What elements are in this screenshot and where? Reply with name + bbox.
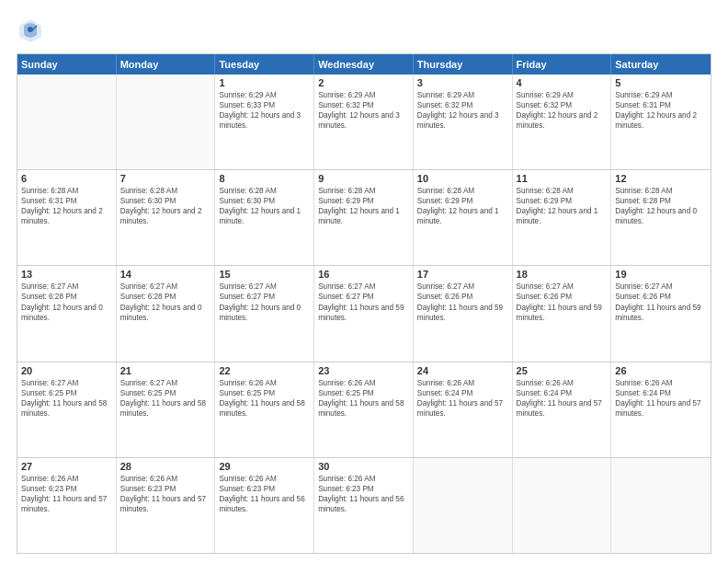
day-info: Sunrise: 6:28 AM Sunset: 6:29 PM Dayligh… xyxy=(517,186,608,226)
day-info: Sunrise: 6:27 AM Sunset: 6:25 PM Dayligh… xyxy=(21,378,112,419)
day-number: 12 xyxy=(615,173,707,184)
day-number: 24 xyxy=(417,365,508,376)
day-info: Sunrise: 6:29 AM Sunset: 6:32 PM Dayligh… xyxy=(517,90,608,131)
calendar-body: 1Sunrise: 6:29 AM Sunset: 6:33 PM Daylig… xyxy=(17,75,711,553)
day-number: 21 xyxy=(120,365,211,376)
calendar-cell: 25Sunrise: 6:26 AM Sunset: 6:24 PM Dayli… xyxy=(513,362,612,457)
day-number: 10 xyxy=(417,173,508,184)
calendar-cell: 11Sunrise: 6:28 AM Sunset: 6:29 PM Dayli… xyxy=(513,170,612,265)
calendar-row-4: 20Sunrise: 6:27 AM Sunset: 6:25 PM Dayli… xyxy=(17,362,711,458)
calendar-cell: 5Sunrise: 6:29 AM Sunset: 6:31 PM Daylig… xyxy=(611,75,711,169)
day-number: 1 xyxy=(219,77,310,88)
day-number: 11 xyxy=(517,173,608,184)
calendar-cell: 1Sunrise: 6:29 AM Sunset: 6:33 PM Daylig… xyxy=(215,75,314,169)
calendar-cell xyxy=(117,75,216,169)
page: SundayMondayTuesdayWednesdayThursdayFrid… xyxy=(0,0,728,563)
day-info: Sunrise: 6:27 AM Sunset: 6:28 PM Dayligh… xyxy=(120,282,211,322)
day-info: Sunrise: 6:26 AM Sunset: 6:23 PM Dayligh… xyxy=(318,474,409,514)
calendar-cell: 18Sunrise: 6:27 AM Sunset: 6:26 PM Dayli… xyxy=(513,266,612,361)
calendar-cell xyxy=(611,458,711,553)
day-number: 17 xyxy=(417,269,508,280)
day-number: 14 xyxy=(120,269,211,280)
header xyxy=(17,17,711,44)
logo-icon xyxy=(17,17,44,44)
day-number: 23 xyxy=(318,365,409,376)
calendar-row-5: 27Sunrise: 6:26 AM Sunset: 6:23 PM Dayli… xyxy=(17,458,711,553)
day-number: 22 xyxy=(219,365,310,376)
day-number: 13 xyxy=(21,269,112,280)
calendar: SundayMondayTuesdayWednesdayThursdayFrid… xyxy=(17,53,711,554)
header-day-sunday: Sunday xyxy=(17,54,117,75)
calendar-cell: 15Sunrise: 6:27 AM Sunset: 6:27 PM Dayli… xyxy=(215,266,314,361)
day-info: Sunrise: 6:26 AM Sunset: 6:25 PM Dayligh… xyxy=(219,378,310,419)
day-info: Sunrise: 6:28 AM Sunset: 6:30 PM Dayligh… xyxy=(120,186,211,226)
calendar-cell: 28Sunrise: 6:26 AM Sunset: 6:23 PM Dayli… xyxy=(117,458,216,553)
header-day-friday: Friday xyxy=(513,54,612,75)
day-info: Sunrise: 6:27 AM Sunset: 6:25 PM Dayligh… xyxy=(120,378,211,419)
day-info: Sunrise: 6:28 AM Sunset: 6:28 PM Dayligh… xyxy=(615,186,707,226)
calendar-cell: 17Sunrise: 6:27 AM Sunset: 6:26 PM Dayli… xyxy=(414,266,513,361)
header-day-tuesday: Tuesday xyxy=(215,54,314,75)
calendar-cell: 23Sunrise: 6:26 AM Sunset: 6:25 PM Dayli… xyxy=(314,362,414,457)
calendar-cell: 19Sunrise: 6:27 AM Sunset: 6:26 PM Dayli… xyxy=(611,266,711,361)
day-number: 30 xyxy=(318,461,409,472)
day-info: Sunrise: 6:27 AM Sunset: 6:28 PM Dayligh… xyxy=(21,282,112,322)
calendar-cell: 29Sunrise: 6:26 AM Sunset: 6:23 PM Dayli… xyxy=(215,458,314,553)
calendar-cell: 7Sunrise: 6:28 AM Sunset: 6:30 PM Daylig… xyxy=(117,170,216,265)
day-number: 8 xyxy=(219,173,310,184)
calendar-cell: 30Sunrise: 6:26 AM Sunset: 6:23 PM Dayli… xyxy=(314,458,414,553)
logo xyxy=(17,17,48,44)
day-number: 28 xyxy=(120,461,211,472)
day-info: Sunrise: 6:26 AM Sunset: 6:23 PM Dayligh… xyxy=(219,474,310,514)
day-number: 3 xyxy=(417,77,508,88)
day-info: Sunrise: 6:27 AM Sunset: 6:27 PM Dayligh… xyxy=(318,282,409,322)
calendar-cell: 26Sunrise: 6:26 AM Sunset: 6:24 PM Dayli… xyxy=(611,362,711,457)
calendar-cell: 9Sunrise: 6:28 AM Sunset: 6:29 PM Daylig… xyxy=(314,170,414,265)
day-number: 27 xyxy=(21,461,112,472)
day-number: 20 xyxy=(21,365,112,376)
calendar-cell: 6Sunrise: 6:28 AM Sunset: 6:31 PM Daylig… xyxy=(17,170,117,265)
calendar-row-3: 13Sunrise: 6:27 AM Sunset: 6:28 PM Dayli… xyxy=(17,266,711,362)
day-number: 29 xyxy=(219,461,310,472)
calendar-cell: 21Sunrise: 6:27 AM Sunset: 6:25 PM Dayli… xyxy=(117,362,216,457)
header-day-wednesday: Wednesday xyxy=(314,54,414,75)
day-info: Sunrise: 6:26 AM Sunset: 6:23 PM Dayligh… xyxy=(120,474,211,514)
calendar-cell: 14Sunrise: 6:27 AM Sunset: 6:28 PM Dayli… xyxy=(117,266,216,361)
day-info: Sunrise: 6:28 AM Sunset: 6:29 PM Dayligh… xyxy=(417,186,508,226)
day-info: Sunrise: 6:27 AM Sunset: 6:27 PM Dayligh… xyxy=(219,282,310,322)
day-info: Sunrise: 6:29 AM Sunset: 6:31 PM Dayligh… xyxy=(615,90,707,131)
calendar-cell: 12Sunrise: 6:28 AM Sunset: 6:28 PM Dayli… xyxy=(611,170,711,265)
day-number: 2 xyxy=(318,77,409,88)
calendar-cell: 16Sunrise: 6:27 AM Sunset: 6:27 PM Dayli… xyxy=(314,266,414,361)
day-number: 6 xyxy=(21,173,112,184)
day-info: Sunrise: 6:26 AM Sunset: 6:25 PM Dayligh… xyxy=(318,378,409,419)
day-info: Sunrise: 6:29 AM Sunset: 6:32 PM Dayligh… xyxy=(318,90,409,131)
calendar-cell: 8Sunrise: 6:28 AM Sunset: 6:30 PM Daylig… xyxy=(215,170,314,265)
day-info: Sunrise: 6:28 AM Sunset: 6:30 PM Dayligh… xyxy=(219,186,310,226)
day-number: 25 xyxy=(517,365,608,376)
day-info: Sunrise: 6:26 AM Sunset: 6:24 PM Dayligh… xyxy=(417,378,508,419)
calendar-header: SundayMondayTuesdayWednesdayThursdayFrid… xyxy=(17,54,711,75)
day-number: 15 xyxy=(219,269,310,280)
calendar-cell xyxy=(17,75,117,169)
calendar-cell xyxy=(513,458,612,553)
day-number: 9 xyxy=(318,173,409,184)
calendar-cell: 27Sunrise: 6:26 AM Sunset: 6:23 PM Dayli… xyxy=(17,458,117,553)
svg-point-1 xyxy=(28,27,33,32)
day-info: Sunrise: 6:26 AM Sunset: 6:24 PM Dayligh… xyxy=(615,378,707,419)
day-info: Sunrise: 6:29 AM Sunset: 6:33 PM Dayligh… xyxy=(219,90,310,131)
header-day-thursday: Thursday xyxy=(414,54,513,75)
header-day-saturday: Saturday xyxy=(611,54,711,75)
day-info: Sunrise: 6:28 AM Sunset: 6:31 PM Dayligh… xyxy=(21,186,112,226)
day-info: Sunrise: 6:27 AM Sunset: 6:26 PM Dayligh… xyxy=(417,282,508,322)
header-day-monday: Monday xyxy=(117,54,216,75)
day-number: 5 xyxy=(615,77,707,88)
day-info: Sunrise: 6:26 AM Sunset: 6:24 PM Dayligh… xyxy=(517,378,608,419)
calendar-cell: 22Sunrise: 6:26 AM Sunset: 6:25 PM Dayli… xyxy=(215,362,314,457)
calendar-cell: 10Sunrise: 6:28 AM Sunset: 6:29 PM Dayli… xyxy=(414,170,513,265)
calendar-cell: 20Sunrise: 6:27 AM Sunset: 6:25 PM Dayli… xyxy=(17,362,117,457)
calendar-cell xyxy=(414,458,513,553)
day-number: 7 xyxy=(120,173,211,184)
calendar-row-2: 6Sunrise: 6:28 AM Sunset: 6:31 PM Daylig… xyxy=(17,170,711,266)
day-info: Sunrise: 6:27 AM Sunset: 6:26 PM Dayligh… xyxy=(517,282,608,322)
